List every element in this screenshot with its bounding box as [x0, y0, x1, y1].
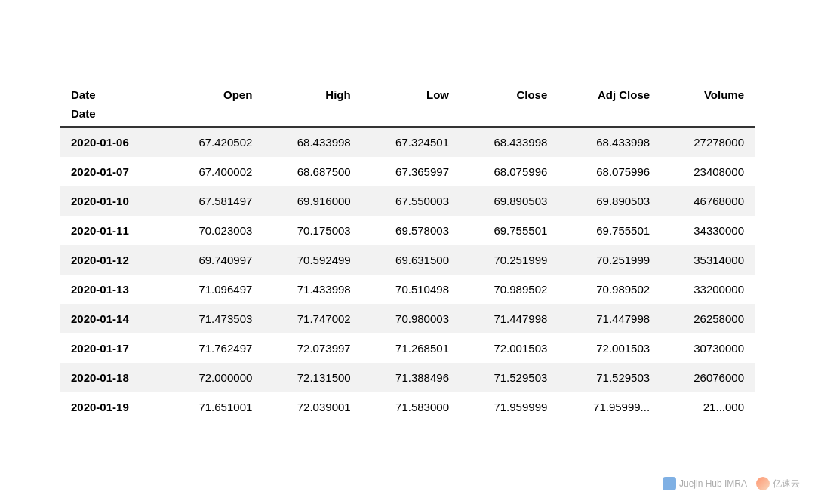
cell-open: 71.762497: [165, 333, 263, 363]
cell-volume: 35314000: [660, 245, 755, 275]
cell-high: 68.433998: [263, 127, 361, 157]
cell-high: 72.073997: [263, 333, 361, 363]
cell-open: 71.651001: [165, 392, 263, 422]
table-row: 2020-01-19 71.651001 72.039001 71.583000…: [60, 392, 755, 422]
cell-open: 69.740997: [165, 245, 263, 275]
table-body: 2020-01-06 67.420502 68.433998 67.324501…: [60, 127, 755, 422]
cell-adj-close: 68.433998: [558, 127, 660, 157]
cell-volume: 21...000: [660, 392, 755, 422]
cell-close: 71.529503: [460, 363, 558, 392]
cell-high: 70.175003: [263, 216, 361, 245]
cell-adj-close: 69.755501: [558, 216, 660, 245]
cell-date: 2020-01-13: [60, 275, 165, 304]
cell-high: 71.433998: [263, 275, 361, 304]
cell-date: 2020-01-07: [60, 157, 165, 186]
cell-open: 70.023003: [165, 216, 263, 245]
cell-close: 68.075996: [460, 157, 558, 186]
cell-open: 67.420502: [165, 127, 263, 157]
cell-open: 72.000000: [165, 363, 263, 392]
header-adj-close: Adj Close: [558, 82, 660, 104]
cell-volume: 30730000: [660, 333, 755, 363]
cell-low: 71.268501: [361, 333, 460, 363]
table-row: 2020-01-10 67.581497 69.916000 67.550003…: [60, 186, 755, 216]
header-high: High: [263, 82, 361, 104]
date-sub-label: Date: [60, 104, 755, 127]
cell-high: 70.592499: [263, 245, 361, 275]
header-close: Close: [460, 82, 558, 104]
juejin-logo: [663, 477, 676, 490]
cell-adj-close: 69.890503: [558, 186, 660, 216]
cell-date: 2020-01-06: [60, 127, 165, 157]
header-open: Open: [165, 82, 263, 104]
cell-date: 2020-01-17: [60, 333, 165, 363]
watermark: Juejin Hub IMRA 亿速云: [663, 477, 800, 490]
cell-close: 70.251999: [460, 245, 558, 275]
cell-adj-close: 71.447998: [558, 304, 660, 333]
header-volume: Volume: [660, 82, 755, 104]
cell-low: 70.980003: [361, 304, 460, 333]
table-row: 2020-01-07 67.400002 68.687500 67.365997…: [60, 157, 755, 186]
table-container: Date Open High Low Close Adj Close Volum…: [38, 67, 777, 437]
cell-adj-close: 68.075996: [558, 157, 660, 186]
cell-open: 67.400002: [165, 157, 263, 186]
cell-date: 2020-01-10: [60, 186, 165, 216]
cell-date: 2020-01-12: [60, 245, 165, 275]
cell-adj-close: 72.001503: [558, 333, 660, 363]
table-row: 2020-01-12 69.740997 70.592499 69.631500…: [60, 245, 755, 275]
cell-low: 70.510498: [361, 275, 460, 304]
cell-adj-close: 70.989502: [558, 275, 660, 304]
watermark-text2: 亿速云: [773, 478, 800, 490]
cell-date: 2020-01-11: [60, 216, 165, 245]
cell-date: 2020-01-14: [60, 304, 165, 333]
watermark-juejin: Juejin Hub IMRA: [663, 477, 747, 490]
cell-close: 72.001503: [460, 333, 558, 363]
cell-high: 68.687500: [263, 157, 361, 186]
cell-open: 67.581497: [165, 186, 263, 216]
cell-close: 70.989502: [460, 275, 558, 304]
cell-adj-close: 71.529503: [558, 363, 660, 392]
header-date: Date: [60, 82, 165, 104]
cell-close: 69.890503: [460, 186, 558, 216]
table-row: 2020-01-17 71.762497 72.073997 71.268501…: [60, 333, 755, 363]
cell-high: 71.747002: [263, 304, 361, 333]
cell-close: 69.755501: [460, 216, 558, 245]
cell-date: 2020-01-19: [60, 392, 165, 422]
cell-volume: 26076000: [660, 363, 755, 392]
cell-open: 71.096497: [165, 275, 263, 304]
cell-high: 72.039001: [263, 392, 361, 422]
watermark-yisuyun: 亿速云: [756, 477, 800, 490]
cell-low: 71.388496: [361, 363, 460, 392]
cell-volume: 23408000: [660, 157, 755, 186]
cell-adj-close: 71.95999...: [558, 392, 660, 422]
table-row: 2020-01-18 72.000000 72.131500 71.388496…: [60, 363, 755, 392]
cell-adj-close: 70.251999: [558, 245, 660, 275]
table-row: 2020-01-11 70.023003 70.175003 69.578003…: [60, 216, 755, 245]
cell-volume: 26258000: [660, 304, 755, 333]
cell-low: 67.365997: [361, 157, 460, 186]
cell-high: 72.131500: [263, 363, 361, 392]
cell-volume: 34330000: [660, 216, 755, 245]
table-header-row: Date Open High Low Close Adj Close Volum…: [60, 82, 755, 104]
table-row: 2020-01-13 71.096497 71.433998 70.510498…: [60, 275, 755, 304]
cell-low: 67.550003: [361, 186, 460, 216]
watermark-text1: Juejin Hub IMRA: [679, 478, 747, 489]
cell-close: 71.959999: [460, 392, 558, 422]
cell-low: 71.583000: [361, 392, 460, 422]
cell-date: 2020-01-18: [60, 363, 165, 392]
cell-close: 68.433998: [460, 127, 558, 157]
table-row: 2020-01-06 67.420502 68.433998 67.324501…: [60, 127, 755, 157]
cell-close: 71.447998: [460, 304, 558, 333]
cell-volume: 46768000: [660, 186, 755, 216]
cell-volume: 33200000: [660, 275, 755, 304]
cell-low: 69.578003: [361, 216, 460, 245]
stock-data-table: Date Open High Low Close Adj Close Volum…: [60, 82, 755, 422]
cell-low: 67.324501: [361, 127, 460, 157]
cell-low: 69.631500: [361, 245, 460, 275]
cell-high: 69.916000: [263, 186, 361, 216]
table-row: 2020-01-14 71.473503 71.747002 70.980003…: [60, 304, 755, 333]
cell-open: 71.473503: [165, 304, 263, 333]
cell-volume: 27278000: [660, 127, 755, 157]
header-low: Low: [361, 82, 460, 104]
date-label-row: Date: [60, 104, 755, 127]
yisuyun-logo: [756, 477, 770, 490]
